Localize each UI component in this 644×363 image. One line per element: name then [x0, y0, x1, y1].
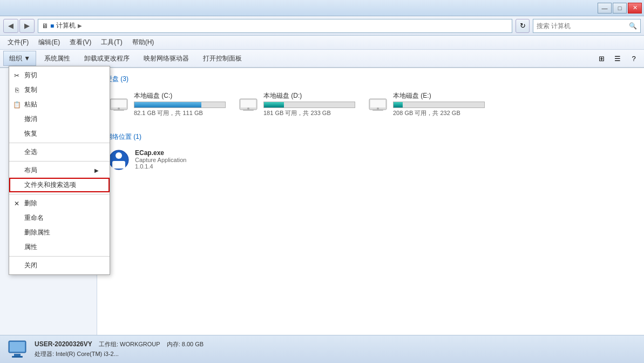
app-version: 1.0.1.4	[135, 163, 186, 170]
organize-button[interactable]: 组织 ▼	[3, 51, 36, 66]
status-username: USER-20200326VY	[35, 340, 92, 348]
copy-icon: ⎘	[12, 86, 21, 95]
svg-point-6	[247, 107, 249, 110]
search-icon[interactable]: 🔍	[629, 22, 637, 30]
ctx-layout-label: 布局	[24, 166, 37, 175]
search-box: 🔍	[533, 19, 641, 33]
drive-c-bar	[134, 102, 201, 107]
drive-e-info: 本地磁盘 (E:) 208 GB 可用，共 232 GB	[393, 91, 485, 117]
status-memory: 内存: 8.00 GB	[167, 341, 204, 347]
ctx-copy-label: 复制	[24, 85, 37, 95]
back-button[interactable]: ◀	[3, 19, 18, 33]
close-button[interactable]: ✕	[628, 3, 642, 14]
ctx-delete[interactable]: ✕ 删除	[9, 196, 110, 211]
ctx-close[interactable]: 关闭	[9, 258, 110, 273]
path-text: 计算机	[56, 21, 76, 30]
undo-icon	[12, 115, 21, 124]
ctx-redo-label: 恢复	[24, 129, 37, 138]
drives-title: 硬盘 (3)	[106, 75, 635, 84]
status-workgroup	[94, 341, 97, 347]
drive-d-icon	[238, 96, 259, 113]
status-text: USER-20200326VY 工作组: WORKGROUP 内存: 8.00 …	[35, 339, 204, 359]
svg-rect-17	[14, 354, 21, 356]
status-processor: 处理器: Intel(R) Core(TM) i3-2...	[35, 349, 204, 359]
system-props-button[interactable]: 系统属性	[38, 51, 76, 66]
layout-icon	[12, 166, 21, 175]
menu-tools[interactable]: 工具(T)	[97, 37, 126, 48]
minimize-button[interactable]: —	[598, 3, 612, 14]
control-panel-button[interactable]: 打开控制面板	[197, 51, 248, 66]
view-details-button[interactable]: ☰	[611, 51, 625, 65]
drive-e-size: 208 GB 可用，共 232 GB	[393, 109, 485, 117]
drive-c[interactable]: 本地磁盘 (C:) 82.1 GB 可用，共 111 GB	[106, 89, 225, 122]
ctx-sep-2	[9, 161, 110, 162]
drive-c-size: 82.1 GB 可用，共 111 GB	[134, 109, 226, 117]
ctx-folder-options-label: 文件夹和搜索选项	[24, 180, 76, 190]
ctx-paste[interactable]: 📋 粘贴	[9, 97, 110, 112]
ctx-sep-4	[9, 256, 110, 257]
map-drive-button[interactable]: 映射网络驱动器	[138, 51, 195, 66]
ctx-folder-options[interactable]: 文件夹和搜索选项	[9, 178, 110, 192]
ctx-undo-label: 撤消	[24, 115, 37, 124]
drive-e-bar-container	[393, 102, 485, 108]
ctx-close-icon	[12, 261, 21, 270]
menu-view[interactable]: 查看(V)	[65, 37, 96, 48]
ctx-rename[interactable]: 重命名	[9, 211, 110, 225]
network-item-0[interactable]: ECap.exe Capture Application 1.0.1.4	[106, 147, 635, 173]
drive-e-label: 本地磁盘 (E:)	[393, 91, 485, 100]
ctx-undo[interactable]: 撤消	[9, 112, 110, 126]
svg-point-2	[118, 107, 120, 110]
ctx-remove-props[interactable]: 删除属性	[9, 225, 110, 240]
address-bar: ◀ ▶ 🖥 ■ 计算机 ▶ ↻ 🔍	[0, 16, 644, 36]
ctx-redo[interactable]: 恢复	[9, 126, 110, 141]
folder-options-icon	[12, 181, 21, 190]
svg-rect-9	[370, 100, 385, 107]
ctx-delete-label: 删除	[24, 199, 37, 208]
drive-d[interactable]: 本地磁盘 (D:) 181 GB 可用，共 233 GB	[235, 89, 354, 122]
drive-d-bar	[264, 102, 284, 107]
svg-point-10	[377, 107, 379, 110]
ctx-copy[interactable]: ⎘ 复制	[9, 83, 110, 97]
title-bar: — □ ✕	[0, 0, 644, 16]
drives-section: 硬盘 (3) 本地磁盘	[106, 75, 635, 122]
ctx-cut[interactable]: ✂ 剪切	[9, 68, 110, 83]
ctx-cut-label: 剪切	[24, 71, 37, 80]
drive-c-info: 本地磁盘 (C:) 82.1 GB 可用，共 111 GB	[134, 91, 226, 117]
search-input[interactable]	[537, 22, 629, 30]
select-all-icon	[12, 148, 21, 157]
toolbar: 组织 ▼ 系统属性 卸载或更改程序 映射网络驱动器 打开控制面板 ⊞ ☰ ?	[0, 50, 644, 68]
drive-c-icon	[108, 96, 130, 113]
ctx-rename-label: 重命名	[24, 213, 44, 223]
drive-e[interactable]: 本地磁盘 (E:) 208 GB 可用，共 232 GB	[365, 89, 484, 122]
app-name: ECap.exe	[135, 149, 186, 157]
drive-c-label: 本地磁盘 (C:)	[134, 91, 226, 100]
drive-d-size: 181 GB 可用，共 233 GB	[263, 109, 355, 117]
ctx-select-all[interactable]: 全选	[9, 145, 110, 159]
ctx-paste-label: 粘贴	[24, 100, 37, 109]
maximize-button[interactable]: □	[613, 3, 627, 14]
properties-icon	[12, 243, 21, 252]
menu-help[interactable]: 帮助(H)	[128, 37, 159, 48]
ctx-properties-label: 属性	[24, 243, 37, 252]
remove-props-icon	[12, 228, 21, 237]
cut-icon: ✂	[12, 71, 21, 80]
uninstall-button[interactable]: 卸载或更改程序	[78, 51, 135, 66]
layout-arrow: ▶	[94, 167, 99, 173]
view-toggle-button[interactable]: ⊞	[594, 51, 608, 65]
network-title: 网络位置 (1)	[106, 132, 635, 142]
context-menu: ✂ 剪切 ⎘ 复制 📋 粘贴 撤消 恢复 全选 布局 ▶ 文件夹和搜索选项 ✕ …	[9, 66, 110, 275]
address-path[interactable]: 🖥 ■ 计算机 ▶	[38, 19, 512, 33]
path-computer-icon: 🖥	[42, 22, 48, 30]
ctx-layout[interactable]: 布局 ▶	[9, 163, 110, 178]
refresh-button[interactable]: ↻	[516, 19, 530, 33]
menu-file[interactable]: 文件(F)	[3, 37, 33, 48]
svg-rect-11	[372, 110, 383, 111]
drives-grid: 本地磁盘 (C:) 82.1 GB 可用，共 111 GB	[106, 89, 635, 122]
forward-button[interactable]: ▶	[19, 19, 35, 33]
ctx-properties[interactable]: 属性	[9, 240, 110, 254]
help-button[interactable]: ?	[627, 51, 641, 65]
menu-edit[interactable]: 编辑(E)	[34, 37, 64, 48]
drive-e-icon	[367, 96, 389, 113]
svg-rect-16	[10, 342, 25, 352]
svg-rect-3	[113, 110, 124, 111]
